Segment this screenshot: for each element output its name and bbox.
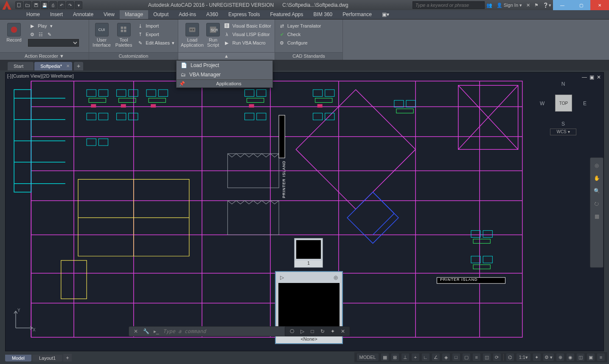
help-icon[interactable]: ❔▾: [543, 3, 551, 8]
import-button[interactable]: ⤓Import: [136, 22, 175, 30]
window-maximize-button[interactable]: ▢: [572, 0, 590, 10]
nav-pan-icon[interactable]: ✋: [592, 174, 601, 182]
status-cycling-icon[interactable]: ⟳: [493, 353, 501, 361]
ribbon-minimize-icon[interactable]: ▣▾: [377, 10, 394, 19]
qat-more-icon[interactable]: ▾: [75, 1, 82, 9]
file-tab-start[interactable]: Start: [8, 62, 34, 70]
sm-loop-icon[interactable]: ↻: [319, 328, 326, 335]
window-close-button[interactable]: ✕: [590, 0, 609, 10]
qat-open-icon[interactable]: [24, 1, 31, 9]
tab-manage[interactable]: Manage: [120, 10, 148, 19]
status-annomonitor-icon[interactable]: ⊕: [556, 353, 564, 361]
qat-undo-icon[interactable]: ↶: [58, 1, 65, 9]
viewcube-w[interactable]: W: [540, 101, 544, 106]
anim-play-icon[interactable]: ▷: [280, 274, 284, 280]
status-dyninput-icon[interactable]: +: [412, 353, 419, 361]
window-minimize-button[interactable]: —: [553, 0, 572, 10]
infocenter-search-input[interactable]: [413, 1, 485, 9]
file-tab-softpedia[interactable]: Softpedia*✕: [34, 62, 72, 70]
actrec-insert-icon[interactable]: ✎: [46, 31, 53, 38]
commandline-close-icon[interactable]: ✕: [132, 328, 139, 335]
viewcube-s[interactable]: S: [561, 121, 565, 127]
visual-basic-editor-button[interactable]: 🅱Visual Basic Editor: [222, 22, 272, 30]
sm-stop-icon[interactable]: □: [309, 328, 316, 335]
viewcube[interactable]: N S E W TOP WCS ▾: [540, 81, 587, 136]
infocenter-search-button[interactable]: 👥: [486, 3, 492, 8]
status-annoscale-icon[interactable]: ⌬: [506, 353, 514, 361]
nav-wheel-icon[interactable]: ◎: [592, 161, 601, 170]
new-file-tab-button[interactable]: ＋: [74, 62, 83, 70]
action-name-select[interactable]: [28, 39, 79, 47]
showmotion-shot-card[interactable]: 1: [294, 238, 323, 268]
sm-close-icon[interactable]: ✕: [340, 328, 346, 335]
actrec-tree-icon[interactable]: ☷: [37, 31, 44, 38]
load-project-button[interactable]: 📄Load Project: [177, 61, 272, 70]
close-tab-icon[interactable]: ✕: [66, 64, 70, 68]
sm-new-icon[interactable]: ✦: [329, 328, 336, 335]
nav-orbit-icon[interactable]: ⭮: [592, 199, 601, 208]
visual-lisp-editor-button[interactable]: λVisual LISP Editor: [222, 31, 272, 38]
tab-home[interactable]: Home: [21, 10, 45, 19]
tool-palettes-button[interactable]: Tool Palettes: [114, 21, 133, 48]
qat-save-icon[interactable]: [32, 1, 40, 9]
status-scale-button[interactable]: 1:1 ▾: [516, 353, 530, 361]
status-autosnap-icon[interactable]: ▢: [463, 353, 470, 361]
status-transparency-icon[interactable]: ◫: [483, 353, 491, 361]
check-button[interactable]: ✔Check: [278, 31, 322, 38]
nav-zoom-icon[interactable]: 🔍: [592, 187, 601, 195]
status-workspace-icon[interactable]: ⚙ ▾: [543, 353, 554, 361]
status-lineweight-icon[interactable]: ≡: [473, 353, 480, 361]
tab-a360[interactable]: A360: [201, 10, 223, 19]
status-snap-icon[interactable]: ⊞: [391, 353, 399, 361]
tab-express[interactable]: Express Tools: [223, 10, 265, 19]
edit-aliases-button[interactable]: ✎Edit Aliases ▾: [136, 39, 175, 47]
status-ortho-icon[interactable]: ∟: [422, 353, 429, 361]
signin-button[interactable]: 👤 Sign In ▾: [497, 3, 522, 8]
configure-button[interactable]: ⚙Configure: [278, 39, 322, 47]
exchange-apps-icon[interactable]: ✕: [526, 3, 530, 8]
tab-featured[interactable]: Featured Apps: [265, 10, 308, 19]
status-cleanscreen-icon[interactable]: ▣: [587, 353, 595, 361]
commandline-customize-icon[interactable]: 🔧: [143, 328, 149, 335]
vba-manager-button[interactable]: 🗂VBA Manager: [177, 70, 272, 79]
layout-tab-add-button[interactable]: ＋: [63, 354, 72, 361]
qat-plot-icon[interactable]: ⎙: [49, 1, 57, 9]
status-hardware-icon[interactable]: ◉: [567, 353, 574, 361]
anim-loop-icon[interactable]: ◎: [334, 274, 338, 280]
export-button[interactable]: ⤒Export: [136, 31, 175, 38]
status-osnap-icon[interactable]: □: [452, 353, 460, 361]
run-script-button[interactable]: SCR Run Script: [206, 21, 220, 48]
status-polar-icon[interactable]: ∠: [432, 353, 440, 361]
status-annovis-icon[interactable]: ✦: [533, 353, 541, 361]
sm-pin-icon[interactable]: ⎔: [289, 328, 295, 335]
tab-insert[interactable]: Insert: [45, 10, 68, 19]
viewcube-wcs[interactable]: WCS ▾: [550, 129, 576, 135]
tab-view[interactable]: View: [98, 10, 120, 19]
layout-tab-model[interactable]: Model: [5, 355, 31, 361]
app-logo[interactable]: [0, 0, 14, 10]
applications-flyout-footer[interactable]: 📌Applications: [177, 79, 272, 87]
record-button[interactable]: Record: [3, 21, 25, 42]
drawing-area[interactable]: [-][Custom View][2D Wireframe] — ▣ ✕: [5, 72, 604, 351]
play-button[interactable]: ▶Play ▾: [28, 22, 79, 30]
tab-output[interactable]: Output: [148, 10, 174, 19]
viewcube-face[interactable]: TOP: [555, 95, 572, 112]
status-grid-icon[interactable]: ▦: [381, 353, 389, 361]
qat-redo-icon[interactable]: ↷: [66, 1, 74, 9]
sm-play-icon[interactable]: ▷: [299, 328, 306, 335]
status-isodraft-icon[interactable]: ◈: [442, 353, 450, 361]
tab-performance[interactable]: Performance: [337, 10, 377, 19]
tab-bim360[interactable]: BIM 360: [309, 10, 338, 19]
status-model-button[interactable]: MODEL: [357, 353, 379, 361]
tab-annotate[interactable]: Annotate: [68, 10, 98, 19]
user-interface-button[interactable]: CUI User Interface: [92, 21, 112, 48]
tab-addins[interactable]: Add-ins: [174, 10, 201, 19]
actrec-pref-icon[interactable]: ⚙: [29, 31, 36, 38]
load-application-button[interactable]: Load Application: [181, 21, 204, 48]
qat-new-icon[interactable]: [15, 1, 23, 9]
panel-label-applications[interactable]: ▲: [178, 52, 275, 60]
layer-translator-button[interactable]: ⇄Layer Translator: [278, 22, 322, 30]
qat-saveas-icon[interactable]: 💾: [41, 1, 48, 9]
status-constraint-icon[interactable]: ⊥: [401, 353, 409, 361]
stayconnected-icon[interactable]: ⚑: [534, 3, 539, 8]
